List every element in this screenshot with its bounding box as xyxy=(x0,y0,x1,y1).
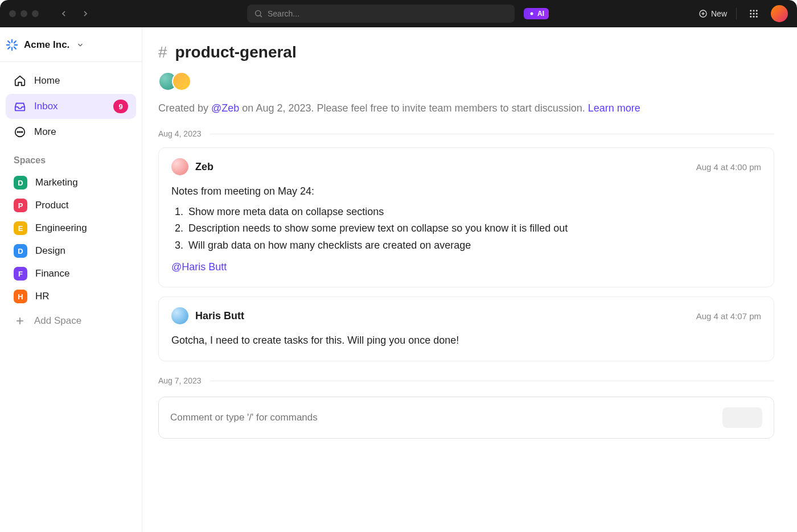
search-icon xyxy=(254,9,263,18)
svg-point-0 xyxy=(256,11,261,16)
nav-back-button[interactable] xyxy=(56,6,72,22)
sidebar-space-item[interactable]: DMarketing xyxy=(6,171,136,194)
space-label: Design xyxy=(35,245,65,257)
message-time: Aug 4 at 4:00 pm xyxy=(696,162,761,172)
home-icon xyxy=(14,75,26,87)
date-label: Aug 7, 2023 xyxy=(158,376,202,385)
space-chip: E xyxy=(14,221,27,235)
chevron-down-icon xyxy=(76,41,84,49)
svg-point-8 xyxy=(756,10,758,11)
inbox-badge: 9 xyxy=(113,100,128,113)
message-body: Gotcha, I need to create tasks for this.… xyxy=(171,332,761,349)
space-label: HR xyxy=(35,291,50,302)
more-icon xyxy=(14,126,26,138)
svg-point-2 xyxy=(531,13,533,15)
search-placeholder: Search... xyxy=(268,9,299,18)
add-space-label: Add Space xyxy=(34,315,81,327)
svg-point-10 xyxy=(753,13,755,15)
svg-point-9 xyxy=(750,13,751,15)
space-label: Marketing xyxy=(35,177,78,188)
svg-line-21 xyxy=(8,47,10,49)
ai-label: AI xyxy=(537,10,544,18)
message-header: Haris Butt Aug 4 at 4:07 pm xyxy=(171,307,761,324)
send-button[interactable] xyxy=(722,407,762,428)
sidebar-item-home[interactable]: Home xyxy=(6,69,136,93)
space-chip: P xyxy=(14,199,27,212)
hash-icon: # xyxy=(158,43,167,61)
space-label: Product xyxy=(35,200,69,211)
learn-more-link[interactable]: Learn more xyxy=(588,102,640,114)
sidebar-space-item[interactable]: DDesign xyxy=(6,240,136,262)
sidebar-label: Home xyxy=(34,75,60,86)
topbar-right: New xyxy=(699,5,788,22)
message-time: Aug 4 at 4:07 pm xyxy=(696,311,761,321)
channel-header: # product-general xyxy=(158,43,774,61)
svg-line-22 xyxy=(14,41,16,43)
sidebar: Acme Inc. Home Inbox 9 More Spaces DMark… xyxy=(0,27,142,532)
svg-point-13 xyxy=(753,16,755,18)
space-label: Finance xyxy=(35,268,69,279)
svg-point-6 xyxy=(750,10,751,11)
traffic-dot[interactable] xyxy=(20,10,27,17)
new-button[interactable]: New xyxy=(699,9,727,18)
workspace-logo-icon xyxy=(6,39,18,51)
svg-line-19 xyxy=(8,41,10,43)
message-header: Zeb Aug 4 at 4:00 pm xyxy=(171,158,761,175)
desc-text: Created by xyxy=(158,102,211,114)
author-name: Zeb xyxy=(195,161,213,173)
add-space-button[interactable]: Add Space xyxy=(6,309,136,333)
svg-point-24 xyxy=(17,131,18,133)
sidebar-space-item[interactable]: FFinance xyxy=(6,262,136,285)
channel-name: product-general xyxy=(175,43,297,61)
desc-text: on Aug 2, 2023. Please feel free to invi… xyxy=(239,102,588,114)
divider xyxy=(736,8,737,19)
author-avatar[interactable] xyxy=(171,158,188,175)
space-label: Engineering xyxy=(35,222,87,234)
plus-icon xyxy=(14,315,26,327)
sidebar-item-inbox[interactable]: Inbox 9 xyxy=(6,94,136,119)
workspace-switcher[interactable]: Acme Inc. xyxy=(0,33,142,62)
comment-input[interactable] xyxy=(170,412,716,423)
comment-composer[interactable] xyxy=(158,397,774,439)
message-text: Notes from meeting on May 24: xyxy=(171,183,761,200)
message-body: Notes from meeting on May 24: Show more … xyxy=(171,183,761,275)
new-label: New xyxy=(711,9,727,18)
divider-line xyxy=(211,381,774,381)
sparkle-icon xyxy=(528,10,535,17)
sidebar-space-item[interactable]: EEngineering xyxy=(6,217,136,240)
nav-forward-button[interactable] xyxy=(77,6,93,22)
user-avatar[interactable] xyxy=(771,5,788,22)
sidebar-label: More xyxy=(34,126,56,138)
sidebar-space-item[interactable]: PProduct xyxy=(6,194,136,217)
svg-line-20 xyxy=(14,47,16,49)
mention-link[interactable]: @Haris Butt xyxy=(171,259,227,276)
mention-link[interactable]: @Zeb xyxy=(211,102,239,114)
ai-button[interactable]: AI xyxy=(524,8,549,19)
traffic-dot[interactable] xyxy=(32,10,39,17)
date-divider: Aug 7, 2023 xyxy=(158,376,774,385)
member-avatar[interactable] xyxy=(172,72,191,91)
search-input[interactable]: Search... xyxy=(247,5,515,23)
svg-point-11 xyxy=(756,13,758,15)
traffic-dot[interactable] xyxy=(9,10,16,17)
channel-members[interactable] xyxy=(158,72,774,91)
message-text: Gotcha, I need to create tasks for this.… xyxy=(171,332,761,349)
svg-point-12 xyxy=(750,16,751,18)
author-avatar[interactable] xyxy=(171,307,188,324)
date-divider: Aug 4, 2023 xyxy=(158,129,774,138)
sidebar-space-item[interactable]: HHR xyxy=(6,285,136,308)
svg-point-14 xyxy=(756,16,758,18)
channel-description: Created by @Zeb on Aug 2, 2023. Please f… xyxy=(158,102,774,114)
sidebar-item-more[interactable]: More xyxy=(6,120,136,144)
message-card[interactable]: Zeb Aug 4 at 4:00 pm Notes from meeting … xyxy=(158,147,774,287)
apps-button[interactable] xyxy=(746,6,762,22)
message-card[interactable]: Haris Butt Aug 4 at 4:07 pm Gotcha, I ne… xyxy=(158,296,774,361)
topbar: Search... AI New xyxy=(0,0,797,27)
svg-point-25 xyxy=(19,131,20,133)
list-item: Show more meta data on collapse sections xyxy=(186,204,761,221)
svg-point-7 xyxy=(753,10,755,11)
plus-circle-icon xyxy=(699,9,708,18)
spaces-section-label: Spaces xyxy=(6,145,136,170)
window-traffic-lights xyxy=(9,10,39,17)
divider-line xyxy=(211,134,774,134)
